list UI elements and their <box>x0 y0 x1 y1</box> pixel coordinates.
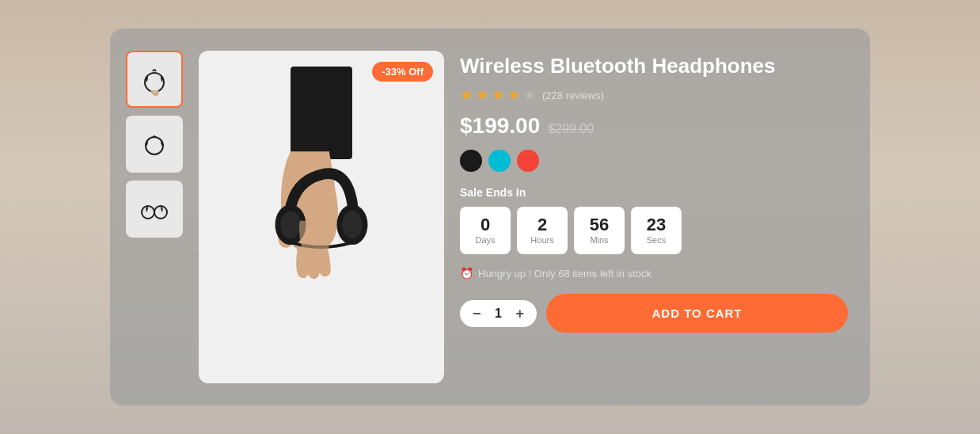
star-3: ★ <box>492 86 504 104</box>
quantity-control: − 1 + <box>460 300 537 327</box>
thumbnail-2[interactable] <box>126 116 183 173</box>
days-label: Days <box>475 235 495 245</box>
stock-notice: ⏰ Hungry up ! Only 68 items left in stoc… <box>460 267 848 280</box>
countdown-row: 0 Days 2 Hours 56 Mins 23 Secs <box>460 207 848 254</box>
hours-value: 2 <box>537 216 547 234</box>
color-option-cyan[interactable] <box>488 150 511 172</box>
countdown-hours: 2 Hours <box>517 207 568 254</box>
product-card: -33% Off Wireless <box>110 29 870 405</box>
star-5: ★ <box>523 86 536 104</box>
quantity-value: 1 <box>492 306 505 321</box>
thumbnail-list <box>126 51 183 383</box>
rating-row: ★ ★ ★ ★ ★ (228 reviews) <box>460 86 848 104</box>
add-to-cart-button[interactable]: ADD TO CART <box>546 294 848 333</box>
sale-ends-label: Sale Ends In <box>460 186 848 199</box>
color-selector <box>460 150 848 172</box>
svg-rect-5 <box>291 67 352 159</box>
price-original: $299.00 <box>548 122 594 136</box>
color-option-black[interactable] <box>460 150 482 172</box>
cart-row: − 1 + ADD TO CART <box>460 294 848 333</box>
stock-notice-text: Hungry up ! Only 68 items left in stock <box>478 268 651 280</box>
product-title: Wireless Bluetooth Headphones <box>460 54 848 78</box>
price-current: $199.00 <box>460 113 540 139</box>
mins-value: 56 <box>590 216 609 234</box>
mins-label: Mins <box>590 235 608 245</box>
secs-label: Secs <box>647 235 666 245</box>
svg-point-1 <box>146 137 163 154</box>
countdown-secs: 23 Secs <box>631 207 682 254</box>
product-info: Wireless Bluetooth Headphones ★ ★ ★ ★ ★ … <box>460 51 848 383</box>
thumbnail-1[interactable] <box>126 51 183 108</box>
countdown-mins: 56 Mins <box>574 207 625 254</box>
hours-label: Hours <box>530 235 553 245</box>
price-row: $199.00 $299.00 <box>460 113 848 139</box>
clock-icon: ⏰ <box>460 267 473 280</box>
countdown-days: 0 Days <box>460 207 511 254</box>
quantity-decrease-button[interactable]: − <box>471 306 483 321</box>
star-4: ★ <box>507 86 520 104</box>
svg-point-7 <box>280 211 300 238</box>
svg-point-0 <box>145 73 164 92</box>
quantity-increase-button[interactable]: + <box>515 306 526 321</box>
days-value: 0 <box>481 216 490 234</box>
color-option-red[interactable] <box>517 150 539 172</box>
reviews-count: (228 reviews) <box>542 89 604 101</box>
star-1: ★ <box>460 86 473 104</box>
discount-badge: -33% Off <box>372 62 433 82</box>
svg-point-9 <box>342 211 362 238</box>
main-product-image: -33% Off <box>199 51 444 383</box>
secs-value: 23 <box>647 216 666 234</box>
thumbnail-3[interactable] <box>126 181 183 238</box>
star-2: ★ <box>476 86 488 104</box>
